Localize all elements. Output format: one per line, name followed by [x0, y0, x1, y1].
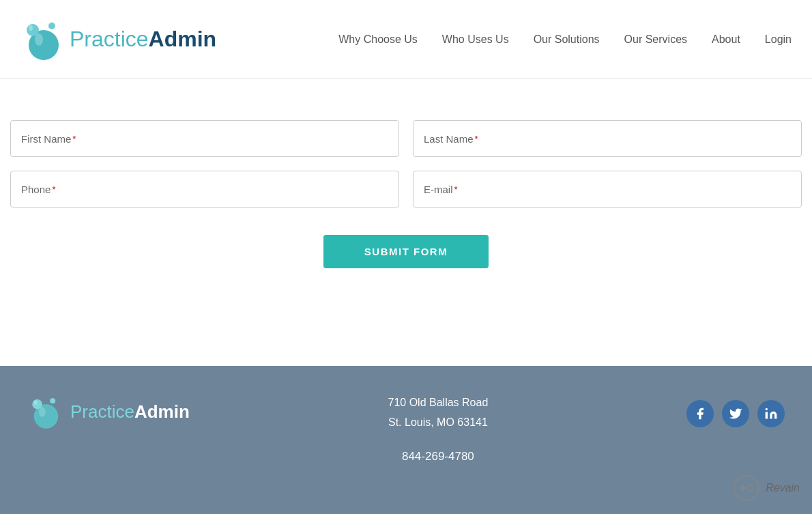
- last-name-input[interactable]: [413, 120, 802, 157]
- first-name-wrapper: First Name *: [10, 120, 399, 157]
- svg-point-8: [39, 407, 46, 417]
- footer-social: [686, 393, 785, 427]
- footer-address-line2: St. Louis, MO 63141: [388, 413, 489, 433]
- footer-phone: 844-269-4780: [388, 446, 489, 468]
- svg-point-9: [34, 401, 38, 405]
- logo-admin-text: Admin: [149, 27, 217, 52]
- svg-point-2: [48, 23, 55, 29]
- nav-why-choose-us[interactable]: Why Choose Us: [338, 33, 418, 46]
- nav-our-services[interactable]: Our Services: [624, 33, 687, 46]
- twitter-button[interactable]: [722, 400, 749, 427]
- svg-point-7: [50, 398, 55, 403]
- svg-point-4: [29, 25, 33, 31]
- footer-center: 710 Old Ballas Road St. Louis, MO 63141 …: [388, 393, 489, 467]
- footer-logo-icon: [27, 393, 65, 431]
- twitter-icon: [729, 407, 742, 420]
- linkedin-button[interactable]: [757, 400, 785, 427]
- logo[interactable]: Practice Admin: [20, 16, 216, 63]
- form-row-2: Phone * E-mail *: [10, 171, 802, 208]
- logo-icon: [20, 16, 67, 63]
- nav-our-solutions[interactable]: Our Solutions: [534, 33, 600, 46]
- main-nav: Why Choose Us Who Uses Us Our Solutions …: [338, 33, 792, 46]
- phone-input[interactable]: [10, 171, 399, 208]
- footer-logo-text: PracticeAdmin: [70, 401, 190, 423]
- last-name-wrapper: Last Name *: [413, 120, 802, 157]
- footer-logo-practice: Practice: [70, 401, 134, 422]
- footer-logo-admin: Admin: [134, 401, 190, 422]
- nav-who-uses-us[interactable]: Who Uses Us: [442, 33, 509, 46]
- first-name-input[interactable]: [10, 120, 399, 157]
- form-row-1: First Name * Last Name *: [10, 120, 802, 157]
- header: Practice Admin Why Choose Us Who Uses Us…: [0, 0, 812, 79]
- footer-address-line1: 710 Old Ballas Road: [388, 393, 489, 413]
- email-wrapper: E-mail *: [413, 171, 802, 208]
- nav-login[interactable]: Login: [765, 33, 792, 46]
- footer-logo: PracticeAdmin: [27, 393, 190, 431]
- nav-about[interactable]: About: [712, 33, 740, 46]
- email-input[interactable]: [413, 171, 802, 208]
- revain-label: Revain: [766, 482, 800, 494]
- svg-point-13: [748, 485, 753, 491]
- logo-text: Practice Admin: [70, 27, 216, 52]
- footer: PracticeAdmin 710 Old Ballas Road St. Lo…: [0, 366, 812, 514]
- svg-point-3: [35, 33, 43, 46]
- main-content: First Name * Last Name * Phone * E-mail …: [0, 79, 812, 366]
- facebook-button[interactable]: [686, 400, 714, 427]
- logo-practice-text: Practice: [70, 27, 149, 52]
- linkedin-icon: [764, 407, 778, 420]
- svg-point-12: [740, 485, 745, 491]
- facebook-icon: [693, 407, 707, 420]
- phone-wrapper: Phone *: [10, 171, 399, 208]
- submit-button[interactable]: SUBMIT FORM: [323, 235, 489, 268]
- revain-icon: [733, 474, 760, 502]
- svg-point-10: [766, 408, 768, 410]
- revain-badge[interactable]: Revain: [733, 474, 800, 502]
